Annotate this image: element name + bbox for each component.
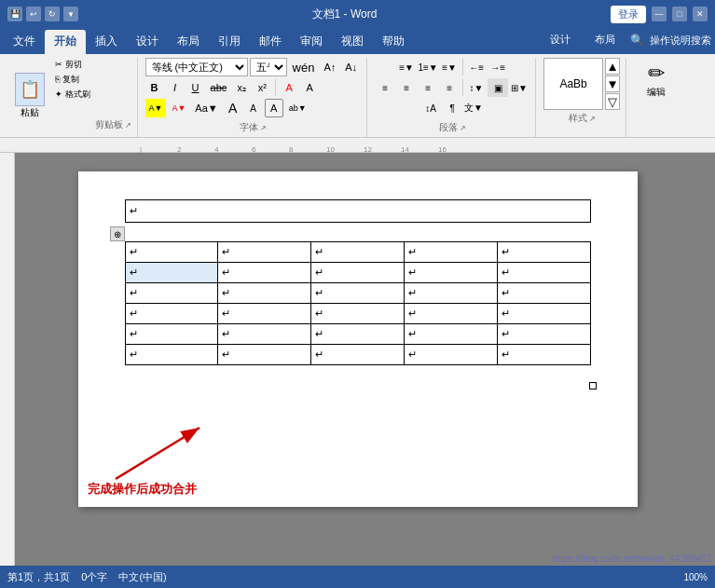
tab-help[interactable]: 帮助 [373,30,414,54]
table-resize-handle[interactable] [589,382,597,390]
tab-home[interactable]: 开始 [45,30,86,54]
style-down-btn[interactable]: ▼ [605,75,620,92]
tab-layout[interactable]: 布局 [168,30,209,54]
table-cell[interactable]: ↵ [311,263,405,283]
align-left-btn[interactable]: ≡ [375,78,395,97]
copy-button[interactable]: ⎘ 复制 [52,73,93,87]
font-color-underline-btn[interactable]: A▼ [168,99,189,117]
superscript-button[interactable]: x² [253,78,271,97]
close-button[interactable]: ✕ [693,7,708,21]
circle-a-btn[interactable]: A [265,99,283,117]
border-btn[interactable]: ⊞▼ [509,78,529,97]
clipboard-expand-icon[interactable]: ↗ [125,121,131,130]
shading-btn[interactable]: ab▼ [285,99,310,117]
numbered-list-btn[interactable]: 1≡▼ [418,58,438,76]
bold-button[interactable]: B [145,78,164,97]
sort-btn[interactable]: ↕A [420,99,441,117]
subscript-button[interactable]: x₂ [232,78,251,97]
minimize-button[interactable]: — [652,7,667,21]
table-cell[interactable]: ↵ [497,324,590,345]
table-cell[interactable]: ↵ [218,324,311,345]
login-button[interactable]: 登录 [611,6,646,23]
font-grow-btn[interactable]: A↑ [320,58,339,76]
style-preview-normal[interactable]: AaBb [543,58,603,110]
format-painter-button[interactable]: ✦ 格式刷 [52,88,93,102]
table-cell[interactable]: ↵ [218,283,311,304]
strikethrough-button[interactable]: abc [207,78,231,97]
style-gallery[interactable]: AaBb ▲ ▼ ▽ [543,58,620,110]
table-cell[interactable]: ↵ [404,263,497,283]
tab-file[interactable]: 文件 [4,30,45,54]
font-size-decrease[interactable]: wén [289,58,319,76]
maximize-button[interactable]: □ [672,7,687,21]
table-cell[interactable]: ↵ [125,324,218,345]
table-cell[interactable]: ↵ [404,324,497,345]
table-cell[interactable]: ↵ [125,304,218,324]
zoom-level[interactable]: 100% [683,572,708,582]
styles-expand-icon[interactable]: ↗ [589,115,596,123]
table-cell[interactable]: ↵ [311,242,405,263]
table-cell[interactable]: ↵ [311,283,405,304]
paste-button[interactable]: 📋 粘贴 [9,58,50,133]
multilevel-list-btn[interactable]: ≡▼ [439,58,460,76]
italic-button[interactable]: I [166,78,185,97]
align-right-btn[interactable]: ≡ [418,78,438,97]
edit-button[interactable]: ✏ 编辑 [647,62,666,99]
tab-view[interactable]: 视图 [332,30,373,54]
table-cell[interactable]: ↵ [404,345,497,365]
tab-design[interactable]: 设计 [127,30,168,54]
table-cell-selected[interactable]: ↵ [125,263,218,283]
save-icon[interactable]: 💾 [7,7,22,21]
table-cell[interactable]: ↵ [125,242,218,263]
increase-indent-btn[interactable]: →≡ [488,58,508,76]
table-cell[interactable]: ↵ [311,304,405,324]
cut-button[interactable]: ✂ 剪切 [52,58,93,72]
font-size-aa-btn[interactable]: Aa▼ [191,99,221,117]
search-label[interactable]: 操作说明搜索 [650,34,711,48]
table-cell[interactable]: ↵ [497,304,590,324]
table-cell[interactable]: ↵ [497,263,590,283]
table-cell[interactable]: ↵ [497,345,590,365]
font-shrink-btn[interactable]: A↓ [341,58,361,76]
bullet-list-btn[interactable]: ≡▼ [396,58,417,76]
table-cell[interactable]: ↵ [311,324,405,345]
justify-btn[interactable]: ≡ [439,78,460,97]
font-color-btn[interactable]: A [300,78,319,97]
table-cell[interactable]: ↵ [311,345,405,365]
undo-icon[interactable]: ↩ [26,7,41,21]
table-cell[interactable]: ↵ [218,304,311,324]
line-spacing-btn[interactable]: ↕▼ [466,78,487,97]
table-tool-layout-tab[interactable]: 布局 [585,29,625,51]
table-tool-design-tab[interactable]: 设计 [541,29,580,51]
tab-insert[interactable]: 插入 [86,30,127,54]
tab-review[interactable]: 审阅 [291,30,332,54]
big-a-btn[interactable]: A [224,99,242,117]
clear-format-btn[interactable]: A [280,78,298,97]
merged-cell[interactable]: ↵ [125,200,590,223]
tab-mail[interactable]: 邮件 [250,30,291,54]
tab-references[interactable]: 引用 [209,30,250,54]
style-up-btn[interactable]: ▲ [605,58,620,75]
title-customize-icon[interactable]: ▼ [63,7,78,21]
redo-icon[interactable]: ↻ [45,7,60,21]
table-cell[interactable]: ↵ [125,283,218,304]
table-cell[interactable]: ↵ [497,242,590,263]
table-cell[interactable]: ↵ [404,242,497,263]
highlight-btn[interactable]: A▼ [145,99,167,117]
table-cell[interactable]: ↵ [404,283,497,304]
table-cell[interactable]: ↵ [125,345,218,365]
table-cell[interactable]: ↵ [218,263,311,283]
align-center-btn[interactable]: ≡ [396,78,417,97]
style-more-btn[interactable]: ▽ [605,93,620,110]
para-expand-icon[interactable]: ↗ [460,124,466,132]
shading-para-btn[interactable]: ▣ [488,78,508,97]
underline-button[interactable]: U [186,78,205,97]
font-expand-icon[interactable]: ↗ [260,124,267,132]
table-move-handle[interactable]: ⊕ [110,226,125,241]
decrease-indent-btn[interactable]: ←≡ [466,58,487,76]
show-formatting-btn[interactable]: ¶ [442,99,462,117]
table-cell[interactable]: ↵ [497,283,590,304]
table-cell[interactable]: ↵ [218,345,311,365]
small-a-btn[interactable]: A [244,99,263,117]
table-cell[interactable]: ↵ [218,242,311,263]
